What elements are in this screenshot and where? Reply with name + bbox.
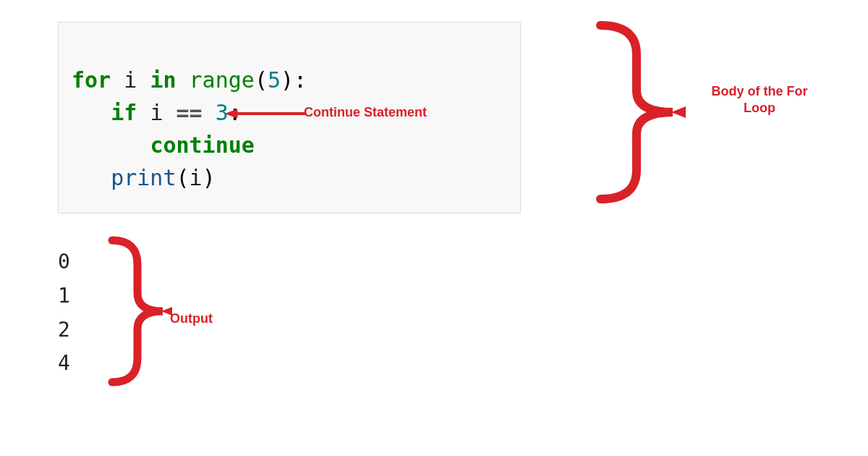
output-line: 1 <box>58 280 70 313</box>
arrow-continue <box>226 107 305 120</box>
indent <box>72 100 111 125</box>
variable-i: i <box>150 100 163 125</box>
keyword-if: if <box>111 100 137 125</box>
keyword-continue: continue <box>150 132 255 158</box>
paren-open: ( <box>255 67 268 93</box>
function-print: print <box>111 165 176 190</box>
output-line: 2 <box>58 314 70 347</box>
svg-marker-1 <box>226 109 237 118</box>
output-line: 4 <box>58 347 70 380</box>
variable-i: i <box>124 67 137 93</box>
paren-open: ( <box>176 165 190 190</box>
indent <box>72 165 111 190</box>
brace-output <box>101 232 174 391</box>
annotation-continue: Continue Statement <box>304 105 427 120</box>
brace-body <box>586 18 702 206</box>
keyword-for: for <box>72 67 111 93</box>
colon: : <box>294 67 307 93</box>
paren-close: ) <box>281 67 294 93</box>
builtin-range: range <box>190 67 255 93</box>
variable-i: i <box>190 165 203 190</box>
indent <box>72 132 150 158</box>
paren-close: ) <box>203 165 216 190</box>
annotation-body: Body of the For Loop <box>709 83 810 117</box>
operator-eq: == <box>176 100 203 125</box>
annotation-output: Output <box>170 311 213 326</box>
output-line: 0 <box>58 246 70 279</box>
number-5: 5 <box>268 67 281 93</box>
svg-marker-2 <box>671 106 686 118</box>
keyword-in: in <box>150 67 176 93</box>
output-block: 0 1 2 4 <box>58 246 70 381</box>
